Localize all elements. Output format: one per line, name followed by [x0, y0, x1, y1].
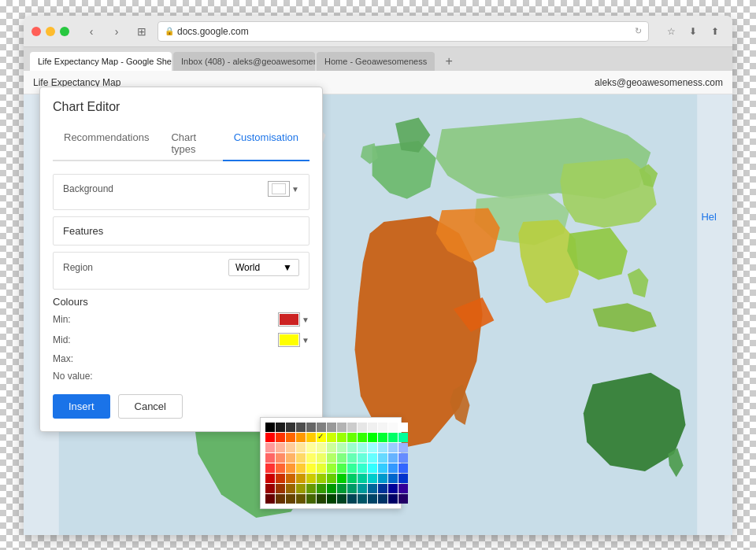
color-cell[interactable]	[388, 484, 398, 493]
color-cell[interactable]	[317, 494, 326, 504]
color-cell[interactable]	[388, 423, 398, 432]
color-cell[interactable]	[368, 453, 377, 463]
color-cell[interactable]	[398, 423, 408, 432]
color-cell[interactable]	[337, 423, 346, 432]
color-cell[interactable]	[347, 423, 357, 432]
color-cell[interactable]	[276, 474, 285, 483]
min-color-button[interactable]	[278, 312, 300, 327]
color-cell[interactable]	[327, 443, 336, 452]
color-cell[interactable]	[378, 474, 387, 483]
color-cell[interactable]	[358, 453, 367, 463]
color-cell[interactable]	[398, 474, 408, 483]
bookmark-button[interactable]: ☆	[662, 22, 680, 41]
color-cell[interactable]	[337, 453, 346, 463]
color-cell[interactable]	[388, 443, 398, 452]
color-cell[interactable]	[276, 433, 285, 442]
color-cell[interactable]	[296, 484, 306, 493]
color-cell[interactable]	[317, 484, 326, 493]
color-cell[interactable]	[276, 453, 285, 463]
tab-recommendations[interactable]: Recommendations	[53, 127, 160, 161]
color-cell[interactable]	[286, 474, 295, 483]
background-color-button[interactable]	[268, 181, 290, 197]
color-cell[interactable]	[306, 443, 316, 452]
color-cell[interactable]	[327, 433, 336, 442]
forward-button[interactable]: ›	[107, 22, 126, 41]
color-cell[interactable]	[347, 443, 357, 452]
color-cell[interactable]	[378, 463, 387, 473]
color-cell[interactable]	[276, 443, 285, 452]
color-cell[interactable]	[358, 423, 367, 432]
color-cell[interactable]	[306, 474, 316, 483]
color-cell[interactable]	[368, 484, 377, 493]
tab-chart-types[interactable]: Chart types	[160, 127, 222, 161]
color-cell[interactable]	[378, 494, 387, 504]
color-cell[interactable]	[378, 433, 387, 442]
insert-button[interactable]: Insert	[53, 394, 110, 419]
color-cell[interactable]	[306, 433, 316, 442]
color-cell[interactable]	[368, 494, 377, 504]
color-cell[interactable]	[265, 474, 275, 483]
color-cell[interactable]	[327, 423, 336, 432]
color-cell[interactable]	[388, 463, 398, 473]
color-cell[interactable]	[368, 433, 377, 442]
color-cell[interactable]	[286, 463, 295, 473]
background-dropdown-arrow[interactable]: ▼	[291, 185, 299, 194]
mid-color-button[interactable]	[278, 333, 300, 347]
tab-mail[interactable]: Inbox (408) - aleks@geoawesomeness.com -…	[173, 52, 315, 71]
color-cell[interactable]	[327, 463, 336, 473]
sidebar-toggle-button[interactable]: ⊞	[132, 22, 151, 41]
color-cell[interactable]	[286, 494, 295, 504]
color-cell[interactable]	[327, 494, 336, 504]
color-cell[interactable]	[337, 443, 346, 452]
color-cell[interactable]	[276, 423, 285, 432]
color-cell[interactable]	[388, 433, 398, 442]
color-cell[interactable]	[276, 463, 285, 473]
color-cell[interactable]	[265, 463, 275, 473]
color-cell[interactable]	[276, 484, 285, 493]
color-cell[interactable]	[358, 474, 367, 483]
color-cell[interactable]	[398, 484, 408, 493]
color-cell[interactable]	[388, 474, 398, 483]
color-cell[interactable]	[306, 453, 316, 463]
color-cell[interactable]	[378, 443, 387, 452]
color-cell[interactable]	[337, 463, 346, 473]
color-cell[interactable]	[296, 443, 306, 452]
color-cell[interactable]	[317, 474, 326, 483]
color-cell[interactable]	[317, 423, 326, 432]
color-cell[interactable]	[265, 494, 275, 504]
color-cell[interactable]	[378, 453, 387, 463]
min-dropdown-arrow[interactable]: ▼	[302, 316, 309, 324]
color-cell[interactable]	[317, 433, 326, 442]
color-cell[interactable]	[368, 443, 377, 452]
color-cell[interactable]	[296, 423, 306, 432]
region-dropdown[interactable]: World ▼	[228, 259, 299, 276]
color-cell[interactable]	[265, 443, 275, 452]
color-cell[interactable]	[265, 484, 275, 493]
back-button[interactable]: ‹	[82, 22, 101, 41]
color-cell[interactable]	[358, 443, 367, 452]
color-cell[interactable]	[347, 494, 357, 504]
color-cell[interactable]	[265, 433, 275, 442]
color-cell[interactable]	[388, 494, 398, 504]
color-cell[interactable]	[317, 463, 326, 473]
color-cell[interactable]	[347, 474, 357, 483]
cancel-button[interactable]: Cancel	[118, 394, 183, 419]
minimize-button[interactable]	[46, 27, 55, 36]
mid-dropdown-arrow[interactable]: ▼	[302, 336, 309, 345]
reload-icon[interactable]: ↻	[635, 26, 642, 36]
color-cell[interactable]	[398, 443, 408, 452]
maximize-button[interactable]	[60, 27, 69, 36]
color-cell[interactable]	[286, 423, 295, 432]
color-cell[interactable]	[398, 494, 408, 504]
color-cell[interactable]	[398, 463, 408, 473]
color-cell[interactable]	[347, 484, 357, 493]
color-cell[interactable]	[306, 423, 316, 432]
color-cell[interactable]	[306, 463, 316, 473]
color-cell[interactable]	[368, 423, 377, 432]
color-cell[interactable]	[265, 423, 275, 432]
color-cell[interactable]	[286, 443, 295, 452]
color-cell[interactable]	[296, 494, 306, 504]
color-cell[interactable]	[337, 433, 346, 442]
color-cell[interactable]	[358, 494, 367, 504]
color-cell[interactable]	[398, 453, 408, 463]
